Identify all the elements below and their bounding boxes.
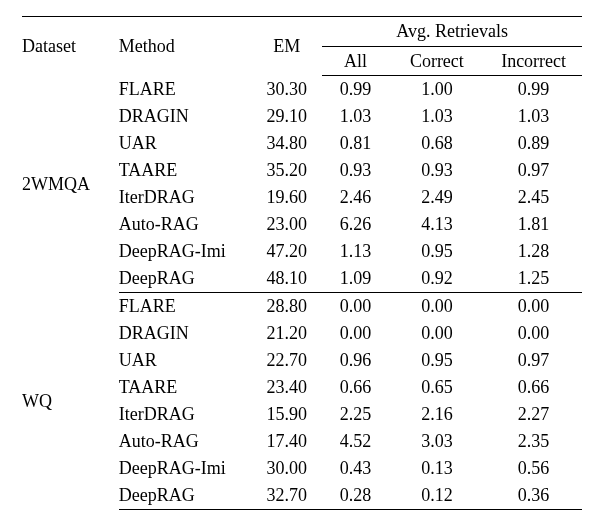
em-cell: 21.20 [251, 320, 322, 347]
method-cell: IterDRAG [119, 401, 251, 428]
header-all: All [322, 47, 388, 76]
incorrect-cell: 0.36 [485, 482, 582, 510]
em-cell: 23.00 [251, 211, 322, 238]
correct-cell: 2.16 [389, 401, 486, 428]
correct-cell: 0.68 [389, 130, 486, 157]
incorrect-cell: 0.00 [485, 320, 582, 347]
table-container: Dataset Method EM Avg. Retrievals All Co… [0, 0, 604, 510]
correct-cell: 0.93 [389, 157, 486, 184]
correct-cell: 0.92 [389, 265, 486, 293]
em-cell: 30.00 [251, 455, 322, 482]
em-cell: 35.20 [251, 157, 322, 184]
em-cell: 19.60 [251, 184, 322, 211]
correct-cell: 0.65 [389, 374, 486, 401]
incorrect-cell: 0.89 [485, 130, 582, 157]
incorrect-cell: 1.03 [485, 103, 582, 130]
incorrect-cell: 1.25 [485, 265, 582, 293]
incorrect-cell: 2.35 [485, 428, 582, 455]
all-cell: 0.93 [322, 157, 388, 184]
method-cell: DeepRAG-Imi [119, 238, 251, 265]
method-cell: UAR [119, 130, 251, 157]
all-cell: 0.66 [322, 374, 388, 401]
method-cell: Auto-RAG [119, 428, 251, 455]
method-cell: TAARE [119, 374, 251, 401]
correct-cell: 1.00 [389, 76, 486, 104]
em-cell: 15.90 [251, 401, 322, 428]
table-row: 2WMQAFLARE30.300.991.000.99 [22, 76, 582, 104]
all-cell: 0.81 [322, 130, 388, 157]
correct-cell: 0.95 [389, 347, 486, 374]
incorrect-cell: 0.00 [485, 293, 582, 321]
all-cell: 0.96 [322, 347, 388, 374]
all-cell: 1.13 [322, 238, 388, 265]
method-cell: DRAGIN [119, 103, 251, 130]
method-cell: DeepRAG-Imi [119, 455, 251, 482]
em-cell: 29.10 [251, 103, 322, 130]
dataset-cell: WQ [22, 293, 119, 510]
correct-cell: 0.13 [389, 455, 486, 482]
incorrect-cell: 1.28 [485, 238, 582, 265]
correct-cell: 0.00 [389, 320, 486, 347]
em-cell: 17.40 [251, 428, 322, 455]
results-table: Dataset Method EM Avg. Retrievals All Co… [22, 16, 582, 510]
em-cell: 22.70 [251, 347, 322, 374]
correct-cell: 3.03 [389, 428, 486, 455]
correct-cell: 4.13 [389, 211, 486, 238]
all-cell: 6.26 [322, 211, 388, 238]
all-cell: 0.99 [322, 76, 388, 104]
correct-cell: 0.95 [389, 238, 486, 265]
header-correct: Correct [389, 47, 486, 76]
em-cell: 28.80 [251, 293, 322, 321]
correct-cell: 2.49 [389, 184, 486, 211]
em-cell: 48.10 [251, 265, 322, 293]
correct-cell: 0.00 [389, 293, 486, 321]
all-cell: 4.52 [322, 428, 388, 455]
table-row: WQFLARE28.800.000.000.00 [22, 293, 582, 321]
incorrect-cell: 0.66 [485, 374, 582, 401]
all-cell: 0.00 [322, 293, 388, 321]
correct-cell: 1.03 [389, 103, 486, 130]
incorrect-cell: 1.81 [485, 211, 582, 238]
em-cell: 34.80 [251, 130, 322, 157]
em-cell: 30.30 [251, 76, 322, 104]
method-cell: DeepRAG [119, 265, 251, 293]
method-cell: DeepRAG [119, 482, 251, 510]
incorrect-cell: 2.27 [485, 401, 582, 428]
method-cell: IterDRAG [119, 184, 251, 211]
method-cell: DRAGIN [119, 320, 251, 347]
header-method: Method [119, 17, 251, 76]
all-cell: 1.09 [322, 265, 388, 293]
em-cell: 47.20 [251, 238, 322, 265]
dataset-cell: 2WMQA [22, 76, 119, 293]
correct-cell: 0.12 [389, 482, 486, 510]
incorrect-cell: 0.99 [485, 76, 582, 104]
all-cell: 2.46 [322, 184, 388, 211]
incorrect-cell: 2.45 [485, 184, 582, 211]
method-cell: FLARE [119, 76, 251, 104]
table-header: Dataset Method EM Avg. Retrievals All Co… [22, 17, 582, 76]
header-em: EM [251, 17, 322, 76]
all-cell: 1.03 [322, 103, 388, 130]
em-cell: 23.40 [251, 374, 322, 401]
method-cell: Auto-RAG [119, 211, 251, 238]
incorrect-cell: 0.97 [485, 347, 582, 374]
header-dataset: Dataset [22, 17, 119, 76]
all-cell: 0.28 [322, 482, 388, 510]
all-cell: 0.00 [322, 320, 388, 347]
header-avg-retrievals: Avg. Retrievals [322, 17, 582, 47]
method-cell: UAR [119, 347, 251, 374]
incorrect-cell: 0.56 [485, 455, 582, 482]
incorrect-cell: 0.97 [485, 157, 582, 184]
header-incorrect: Incorrect [485, 47, 582, 76]
method-cell: TAARE [119, 157, 251, 184]
all-cell: 2.25 [322, 401, 388, 428]
method-cell: FLARE [119, 293, 251, 321]
all-cell: 0.43 [322, 455, 388, 482]
table-body: 2WMQAFLARE30.300.991.000.99DRAGIN29.101.… [22, 76, 582, 510]
em-cell: 32.70 [251, 482, 322, 510]
